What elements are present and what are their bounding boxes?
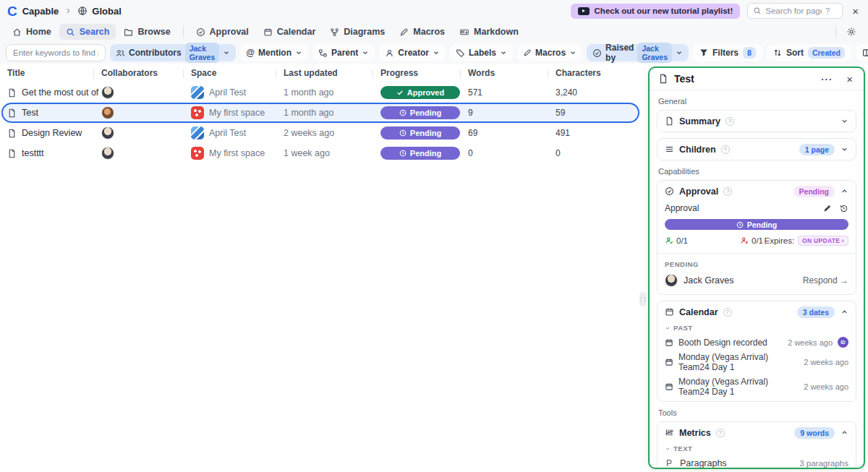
chevron-up-icon[interactable] [841,429,848,437]
column-header-characters[interactable]: Characters [554,68,638,78]
avatar [665,274,678,287]
capable-logo-icon[interactable]: C [7,4,17,18]
filter-chip-mention[interactable]: @ Mention [240,44,308,61]
status-badge: Pending [380,126,460,140]
nav-item-approval[interactable]: Approval [190,24,255,40]
table-row[interactable]: testttt My first space 1 week ago Pendin… [1,143,639,163]
history-icon[interactable] [839,204,848,213]
list-icon [665,145,674,154]
column-header-space[interactable]: Space [190,68,282,78]
nav-label: Calendar [277,27,316,37]
nav-item-calendar[interactable]: Calendar [257,24,323,40]
nav-item-markdown[interactable]: Markdown [453,24,525,40]
metrics-card-header[interactable]: Metrics ? 9 words [658,422,856,443]
status-badge: Pending [380,147,460,160]
calendar-event[interactable]: Booth Design recorded 2 weeks ago ID [658,335,856,350]
page-icon [665,116,674,126]
metrics-group-text[interactable]: TEXT [665,445,848,452]
help-icon[interactable]: ? [723,187,732,196]
columns-button[interactable]: Columns 7 [856,44,868,61]
children-card[interactable]: Children ? 1 page [657,138,856,160]
calendar-group-past[interactable]: PAST [665,324,848,332]
close-icon[interactable]: × [850,6,861,17]
calendar-event[interactable]: Monday (Vegas Arrival) Team24 Day 1 2 we… [658,374,856,401]
page-icon [7,108,17,118]
panel-resize-handle[interactable]: ⋮⋮ [639,292,646,306]
help-icon[interactable]: ? [716,429,725,437]
approver-check-icon [665,236,673,245]
sort-button[interactable]: Sort Created [767,44,851,61]
calendar-card: Calendar ? 3 dates PAST Booth Design rec… [657,301,856,402]
clock-icon [736,221,744,228]
summary-card[interactable]: Summary ? [657,110,856,132]
column-header-progress[interactable]: Progress [379,68,467,78]
filters-button[interactable]: Filters 8 [693,44,762,61]
filter-chip-raised-by[interactable]: Raised by Jack Graves [587,44,689,61]
event-title: Monday (Vegas Arrival) Team24 Day 1 [678,352,799,372]
check-circle-icon [196,27,205,37]
space-icon [191,106,204,119]
filter-chip-labels[interactable]: Labels [450,44,513,61]
last-updated: 1 month ago [284,108,380,118]
chevron-up-icon[interactable] [841,308,848,316]
nav-item-diagrams[interactable]: Diagrams [323,24,391,40]
filter-chip-macros[interactable]: Macros [517,44,582,61]
expires-value-badge[interactable]: ON UPDATE › [798,236,848,246]
keyword-filter-input[interactable] [6,44,106,61]
calendar-event[interactable]: Monday (Vegas Arrival) Team24 Day 1 2 we… [658,350,856,374]
characters-count: 3,240 [556,87,639,98]
words-count: 69 [468,128,556,138]
column-header-last-updated[interactable]: Last updated [282,68,379,78]
panel-more-icon[interactable]: ··· [818,74,835,85]
breadcrumb-context[interactable]: Global [92,6,121,17]
expires-label: Expires: [765,236,795,245]
respond-link[interactable]: Respond → [803,275,848,286]
metrics-count-badge: 9 words [794,427,835,439]
edit-icon[interactable] [822,204,832,213]
search-input[interactable] [765,7,822,15]
help-icon[interactable]: ? [721,145,730,154]
nav-label: Macros [413,27,445,37]
column-header-words[interactable]: Words [467,68,554,78]
check-circle-icon [592,48,602,58]
table-row[interactable]: Design Review April Test 2 weeks ago Pen… [1,123,639,143]
page-icon [658,74,668,84]
nav-item-home[interactable]: Home [6,24,58,40]
clock-icon [399,109,407,116]
pen-icon [523,48,532,57]
globe-icon [77,6,88,16]
status-badge: Pending [380,106,460,119]
column-header-collaborators[interactable]: Collaborators [100,68,190,78]
breadcrumb-app-name[interactable]: Capable [22,6,59,17]
calendar-card-header[interactable]: Calendar ? 3 dates [658,301,856,322]
chevron-down-icon[interactable] [841,145,848,153]
nav-item-search[interactable]: Search [59,24,116,40]
help-icon[interactable]: ? [726,117,734,126]
folder-icon [124,27,133,37]
approval-card-header[interactable]: Approval ? Pending [658,181,856,202]
metrics-label: Metrics [679,428,711,438]
global-search-box[interactable]: ? [747,3,843,19]
table-row[interactable]: Get the most out of your April Test 1 mo… [1,82,639,103]
chevron-down-icon[interactable] [841,117,848,125]
chevron-up-icon[interactable] [841,187,848,195]
column-header-title[interactable]: Title [6,68,100,78]
tutorial-promo-banner[interactable]: Check out our new tutorial playlist! [571,4,741,19]
page-icon [7,129,17,138]
space-icon [191,147,204,160]
filter-chip-contributors[interactable]: Contributors Jack Graves [110,44,236,61]
nav-label: Approval [210,27,249,37]
filter-chip-creator[interactable]: Creator [379,44,446,61]
panel-close-icon[interactable]: × [844,74,855,85]
help-icon[interactable]: ? [723,308,732,317]
gear-icon[interactable] [841,27,862,37]
words-count: 571 [468,87,556,98]
nav-item-browse[interactable]: Browse [117,24,176,40]
filter-chip-parent[interactable]: Parent [312,44,375,61]
chip-value-badge: Jack Graves [185,43,220,63]
section-label-general: General [658,97,855,106]
columns-icon [862,48,868,57]
table-row-selected[interactable]: Test My first space 1 month ago Pending … [1,103,639,123]
nav-item-macros[interactable]: Macros [393,24,451,40]
metric-row-paragraphs: P Paragraphs 3 paragraphs [658,455,856,469]
